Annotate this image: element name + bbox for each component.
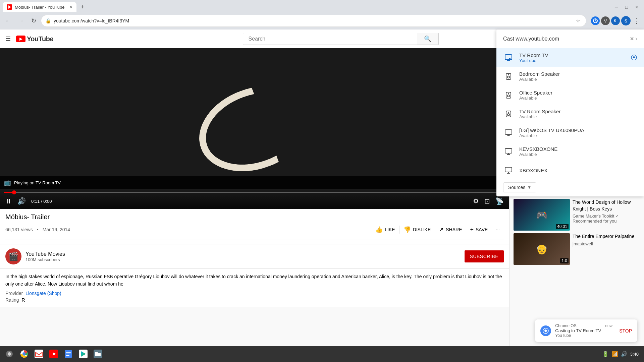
like-button[interactable]: 👍 LIKE <box>371 224 399 236</box>
taskbar-chrome-icon[interactable] <box>17 347 31 361</box>
card-duration: 1:0 <box>560 258 569 263</box>
cast-device-item[interactable]: Office Speaker Available <box>496 86 644 105</box>
browser-nav-bar: ← → ↻ 🔒 youtube.com/watch?v=lc_tBR4f3YM … <box>0 12 644 29</box>
ext-icon-3[interactable]: S <box>611 16 620 25</box>
cast-device-name: XBOXONEX <box>519 168 637 173</box>
video-title: Möbius- Trailer <box>5 213 504 221</box>
volume-button[interactable]: 🔊 <box>16 196 27 206</box>
search-input[interactable] <box>243 33 417 45</box>
provider-row: Provider Lionsgate (Shop) <box>5 291 504 296</box>
card-title: The Entire Emperor Palpatine <box>573 233 640 240</box>
taskbar-youtube-icon[interactable] <box>47 347 60 361</box>
stop-button[interactable]: STOP <box>619 328 632 334</box>
cast-device-info: TV Room TV YouTube <box>519 52 625 63</box>
browser-title-bar: Möbius- Trailer - YouTube × + ─ □ × <box>0 0 644 12</box>
new-tab-button[interactable]: + <box>78 2 87 12</box>
active-indicator-icon: ⦿ <box>631 54 637 62</box>
address-bar-icons: ☆ <box>574 17 582 25</box>
youtube-logo[interactable]: YouTube <box>16 35 53 43</box>
progress-bar-container[interactable] <box>4 192 505 193</box>
close-button[interactable]: × <box>632 2 641 12</box>
cast-panel-close-button[interactable]: × <box>630 35 634 43</box>
ext-icon-2[interactable]: V <box>601 16 610 25</box>
taskbar-right: 🔋 📶 🔊 3:40 <box>602 351 639 357</box>
list-item[interactable]: 🎮 40:01 The World Design of Hollow Knigh… <box>514 199 640 231</box>
settings-button[interactable]: ⚙ <box>472 196 480 206</box>
miniplayer-button[interactable]: ⊡ <box>483 196 491 206</box>
cast-device-name: [LG] webOS TV UK6090PUA <box>519 127 637 133</box>
address-bar[interactable]: 🔒 youtube.com/watch?v=lc_tBR4f3YM ☆ <box>41 15 586 27</box>
list-item[interactable]: 👴 1:0 The Entire Emperor Palpatine jmast… <box>514 233 640 265</box>
tab-favicon <box>7 4 12 10</box>
bookmark-icon[interactable]: ☆ <box>574 17 582 25</box>
sources-button[interactable]: Sources ▼ <box>503 182 536 192</box>
taskbar-playstore-icon[interactable] <box>76 347 90 361</box>
cast-chevron-right-icon: › <box>635 35 637 42</box>
cast-device-info: Office Speaker Available <box>519 90 637 101</box>
menu-icon[interactable]: ⋮ <box>632 16 641 25</box>
taskbar: 🔋 📶 🔊 3:40 <box>0 346 644 362</box>
hamburger-menu-icon[interactable]: ☰ <box>5 35 11 43</box>
toast-title: Casting to TV Room TV <box>555 328 601 333</box>
video-player[interactable]: 📺 Playing on TV Room TV ⏸ <box>0 48 509 209</box>
channel-details: YouTube Movies 100M subscribers <box>25 251 461 262</box>
taskbar-docs-icon[interactable] <box>62 347 75 361</box>
search-button[interactable]: 🔍 <box>417 33 439 45</box>
taskbar-gmail-icon[interactable] <box>32 347 46 361</box>
youtube-search: 🔍 <box>243 33 439 45</box>
card-meta: Recommended for you <box>573 219 640 224</box>
tab-title: Möbius- Trailer - YouTube <box>15 5 67 10</box>
monitor-icon <box>503 165 514 176</box>
channel-name[interactable]: YouTube Movies <box>25 251 461 257</box>
cast-device-name: TV Room TV <box>519 52 625 58</box>
svg-text:S: S <box>614 19 616 23</box>
refresh-button[interactable]: ↻ <box>28 15 39 26</box>
browser-tab[interactable]: Möbius- Trailer - YouTube × <box>3 2 76 12</box>
cast-panel: Cast www.youtube.com × › TV Room TV YouT… <box>496 29 644 196</box>
tab-close-icon[interactable]: × <box>69 4 72 10</box>
provider-link[interactable]: Lionsgate (Shop) <box>25 291 61 296</box>
forward-button[interactable]: → <box>15 15 26 26</box>
video-controls: ⏸ 🔊 0:11 / 0:00 ⚙ ⊡ 📡 <box>0 189 509 209</box>
cast-device-item[interactable]: KEVSXBOXONE Available <box>496 142 644 161</box>
speaker-icon <box>503 90 514 101</box>
dislike-button[interactable]: 👎 DISLIKE <box>399 224 435 236</box>
toast-time: now <box>605 323 612 328</box>
cast-device-item[interactable]: TV Room TV YouTube ⦿ <box>496 48 644 67</box>
back-button[interactable]: ← <box>3 15 13 26</box>
channel-info: 🎬 YouTube Movies 100M subscribers SUBSCR… <box>0 244 509 268</box>
progress-dot <box>12 190 16 194</box>
svg-marker-0 <box>8 5 11 9</box>
more-button[interactable]: ··· <box>492 224 504 236</box>
cast-device-item[interactable]: TV Room Speaker Available <box>496 105 644 123</box>
save-button[interactable]: + SAVE <box>466 224 492 236</box>
video-date-text: Mar 19, 2014 <box>43 227 70 232</box>
share-button[interactable]: ↗ SHARE <box>435 224 466 236</box>
svg-point-12 <box>507 95 509 97</box>
tv-icon <box>503 52 514 63</box>
cast-device-info: KEVSXBOXONE Available <box>519 146 637 157</box>
video-main-clickarea[interactable] <box>0 48 509 176</box>
cast-button[interactable]: 📡 <box>494 196 505 206</box>
cast-device-item[interactable]: [LG] webOS TV UK6090PUA Available <box>496 123 644 142</box>
maximize-button[interactable]: □ <box>622 2 631 12</box>
taskbar-launcher-icon[interactable] <box>3 347 16 361</box>
youtube-logo-icon <box>16 36 25 42</box>
minimize-button[interactable]: ─ <box>612 2 621 12</box>
channel-avatar[interactable]: 🎬 <box>5 248 21 264</box>
card-channel: jmastowell <box>573 241 640 246</box>
cast-device-status: Available <box>519 96 637 101</box>
svg-rect-36 <box>66 354 71 354</box>
cast-device-item[interactable]: Bedroom Speaker Available <box>496 67 644 86</box>
video-meta-row: 66,131 views • Mar 19, 2014 👍 LIKE 👎 DIS… <box>5 224 504 240</box>
sources-chevron-down-icon: ▼ <box>527 185 531 190</box>
cast-device-item[interactable]: XBOXONEX <box>496 161 644 180</box>
subscribe-button[interactable]: SUBSCRIBE <box>465 250 504 262</box>
notification-toast: Chrome OS Casting to TV Room TV YouTube … <box>535 319 637 342</box>
taskbar-files-icon[interactable] <box>91 347 105 361</box>
cast-panel-header: Cast www.youtube.com × › <box>496 29 644 48</box>
ext-icon-1[interactable] <box>591 16 600 25</box>
pause-button[interactable]: ⏸ <box>4 196 13 206</box>
sources-label: Sources <box>508 185 525 190</box>
profile-icon[interactable]: S <box>621 16 631 25</box>
